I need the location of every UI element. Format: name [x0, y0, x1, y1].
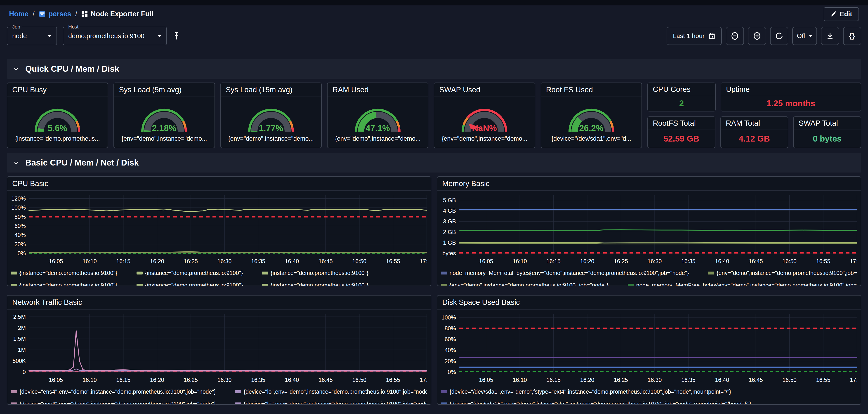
dashboard-icon — [81, 11, 88, 18]
caret-down-icon — [157, 35, 161, 37]
svg-text:20%: 20% — [444, 358, 456, 364]
chart-body: 16:0516:1016:1516:2016:2516:3016:3516:40… — [437, 309, 861, 404]
gauge-panel: Root FS Used26.2%{device="/dev/sda1",env… — [541, 83, 642, 148]
legend-swatch — [441, 284, 447, 286]
job-variable-select[interactable]: Job node — [7, 27, 57, 45]
line-chart[interactable]: 16:0516:1016:1516:2016:2516:3016:3516:40… — [441, 192, 858, 266]
svg-text:NaN%: NaN% — [472, 123, 497, 133]
panel-title: Network Traffic Basic — [7, 296, 431, 309]
pin-button[interactable] — [173, 31, 180, 40]
line-chart[interactable]: 16:0516:1016:1516:2016:2516:3016:3516:40… — [441, 310, 858, 385]
section-header-basic[interactable]: Basic CPU / Mem / Net / Disk — [7, 153, 861, 173]
json-view-button[interactable]: {} — [843, 27, 861, 45]
svg-text:16:05: 16:05 — [479, 258, 493, 264]
chevron-down-icon — [13, 159, 20, 166]
refresh-button[interactable] — [770, 27, 788, 45]
svg-text:40%: 40% — [444, 347, 456, 353]
svg-text:16:45: 16:45 — [749, 377, 763, 383]
legend-item[interactable]: node_memory_MemFree_bytes{env="demo",ins… — [628, 282, 857, 286]
host-select-value: demo.prometheus.io:9100 — [68, 32, 151, 40]
legend-item[interactable]: {device="ens4",env="demo",instance="demo… — [11, 401, 216, 404]
svg-text:5 GB: 5 GB — [443, 197, 456, 203]
svg-text:16:20: 16:20 — [150, 377, 164, 383]
chart-legend-row: {instance="demo.prometheus.io:9100"}{ins… — [11, 269, 427, 276]
chart-legend-row: {device="ens4",env="demo",instance="demo… — [11, 401, 427, 404]
legend-item[interactable]: {instance="demo.prometheus.io:9100"} — [11, 282, 117, 286]
pencil-icon — [831, 11, 837, 17]
gauge-panel: SWAP UsedNaN%{env="demo",instance="demo.… — [434, 83, 535, 148]
legend-item[interactable]: {device="/dev/sda1",env="demo",fstype="e… — [441, 388, 731, 395]
legend-item[interactable]: {env="demo",instance="demo.prometheus.io… — [441, 282, 609, 286]
legend-item[interactable]: {device="lo",env="demo",instance="demo.p… — [235, 388, 427, 395]
minus-circle-icon — [731, 32, 739, 40]
legend-swatch — [11, 403, 17, 405]
panel-title: Disk Space Used Basic — [437, 296, 861, 309]
section-title: Quick CPU / Mem / Disk — [25, 64, 119, 74]
gauge-series-label: {env="demo",instance="demo... — [335, 135, 421, 142]
svg-text:16:45: 16:45 — [749, 258, 763, 264]
legend-swatch — [235, 403, 241, 405]
legend-item[interactable]: {device="/dev/sda15",env="demo",fstype="… — [441, 401, 751, 404]
svg-text:16:50: 16:50 — [352, 258, 366, 264]
line-chart[interactable]: 16:0516:1016:1516:2016:2516:3016:3516:40… — [11, 310, 428, 385]
legend-label: {instance="demo.prometheus.io:9100"} — [145, 282, 243, 286]
legend-swatch — [11, 390, 17, 393]
refresh-interval-select[interactable]: Off — [792, 27, 817, 45]
caret-down-icon — [809, 35, 812, 37]
chart-legend-row: {instance="demo.prometheus.io:9100"}{ins… — [11, 282, 427, 286]
svg-text:16:50: 16:50 — [782, 258, 797, 264]
svg-text:16:45: 16:45 — [318, 377, 333, 383]
zoom-out-button[interactable] — [726, 27, 744, 45]
legend-item[interactable]: {instance="demo.prometheus.io:9100"} — [262, 282, 368, 286]
gauge-body: 47.1%{env="demo",instance="demo... — [328, 97, 428, 148]
stat-value: 2 — [648, 96, 715, 111]
project-icon — [39, 10, 46, 18]
gauge-chart: 47.1% — [350, 104, 405, 134]
chart-legend-row: {env="demo",instance="demo.prometheus.io… — [441, 282, 857, 286]
svg-text:2 GB: 2 GB — [443, 229, 456, 235]
legend-label: {device="/dev/sda1",env="demo",fstype="e… — [450, 388, 731, 395]
legend-swatch — [441, 271, 447, 274]
time-range-button[interactable]: Last 1 hour — [666, 27, 722, 45]
zoom-in-button[interactable] — [748, 27, 766, 45]
legend-item[interactable]: {instance="demo.prometheus.io:9100"} — [11, 269, 117, 276]
svg-text:0%: 0% — [18, 250, 26, 257]
stat-value: 52.59 GB — [648, 130, 715, 148]
gauge-body: 1.77%{env="demo",instance="demo... — [221, 97, 321, 148]
chart-body: 16:0516:1016:1516:2016:2516:3016:3516:40… — [7, 191, 431, 286]
svg-text:17:00: 17:00 — [420, 377, 428, 383]
svg-text:16:40: 16:40 — [715, 377, 729, 383]
svg-text:17:00: 17:00 — [850, 377, 858, 383]
line-chart[interactable]: 16:0516:1016:1516:2016:2516:3016:3516:40… — [11, 192, 428, 266]
legend-item[interactable]: {device="ens4",env="demo",instance="demo… — [11, 388, 216, 395]
download-button[interactable] — [821, 27, 839, 45]
legend-item[interactable]: {env="demo",instance="demo.prometheus.io… — [708, 269, 857, 276]
breadcrumb-project-link[interactable]: perses — [49, 10, 71, 18]
svg-text:16:15: 16:15 — [546, 377, 561, 383]
legend-label: node_memory_MemTotal_bytes{env="demo",in… — [450, 269, 689, 276]
breadcrumb-home-link[interactable]: Home — [9, 10, 29, 18]
refresh-interval-value: Off — [797, 32, 805, 39]
legend-swatch — [11, 271, 17, 274]
section-header-quick[interactable]: Quick CPU / Mem / Disk — [7, 59, 861, 79]
legend-item[interactable]: {device="lo",env="demo",instance="demo.p… — [235, 401, 427, 404]
svg-text:16:50: 16:50 — [782, 377, 797, 383]
edit-button[interactable]: Edit — [824, 7, 859, 21]
top-bar: Home / perses / Node Exporter Full Edit — [0, 5, 868, 23]
svg-text:4 GB: 4 GB — [443, 208, 456, 214]
svg-text:16:10: 16:10 — [83, 258, 97, 264]
legend-item[interactable]: node_memory_MemTotal_bytes{env="demo",in… — [441, 269, 689, 276]
svg-text:1 GB: 1 GB — [443, 239, 456, 246]
legend-item[interactable]: {instance="demo.prometheus.io:9100"} — [262, 269, 368, 276]
host-variable-select[interactable]: Host demo.prometheus.io:9100 — [63, 27, 167, 45]
panel-title: Uptime — [721, 83, 861, 96]
legend-label: {env="demo",instance="demo.prometheus.io… — [717, 269, 857, 276]
legend-item[interactable]: {instance="demo.prometheus.io:9100"} — [136, 269, 243, 276]
legend-item[interactable]: {instance="demo.prometheus.io:9100"} — [136, 282, 243, 286]
gauge-body: 5.6%{instance="demo.prometheus... — [7, 97, 107, 148]
svg-text:1M: 1M — [18, 347, 26, 353]
legend-swatch — [136, 271, 143, 274]
legend-swatch — [235, 390, 241, 393]
legend-label: {instance="demo.prometheus.io:9100"} — [271, 269, 368, 276]
legend-swatch — [136, 284, 143, 286]
